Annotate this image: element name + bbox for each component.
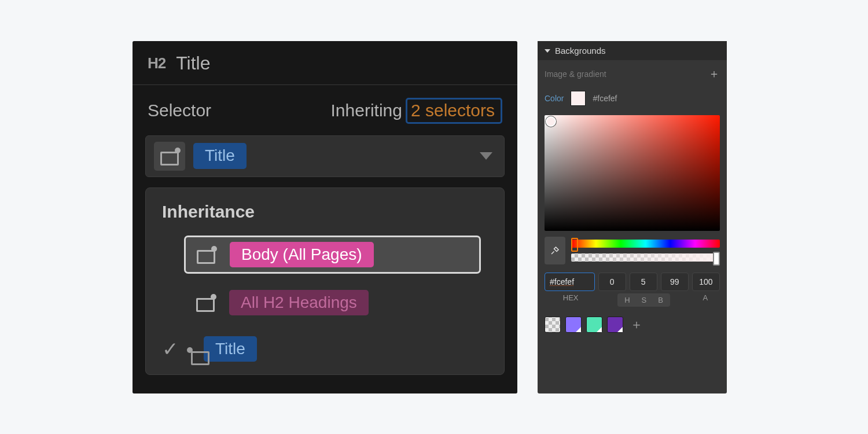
alpha-thumb[interactable] [713, 252, 720, 266]
swatch-item[interactable] [607, 317, 623, 333]
inheritance-heading: Inheritance [146, 188, 504, 232]
brightness-input[interactable] [661, 273, 689, 291]
backgrounds-title: Backgrounds [555, 46, 606, 56]
inheritance-current-row[interactable]: ✓ Title [146, 332, 504, 374]
check-icon: ✓ [162, 337, 178, 361]
inheritance-item-h2[interactable]: All H2 Headings [184, 284, 481, 321]
element-tag-icon [193, 242, 219, 267]
element-tag-icon [192, 290, 219, 315]
inheritance-item-body[interactable]: Body (All Pages) [184, 236, 481, 274]
element-label: Title [176, 53, 210, 74]
b-label: B [652, 295, 669, 306]
inheritance-current-label: Title [204, 336, 257, 362]
element-header: H2 Title [133, 41, 517, 85]
selector-label: Selector [148, 101, 211, 120]
color-saturation-value-field[interactable] [545, 115, 720, 231]
selector-chip[interactable]: Title [193, 143, 247, 168]
add-swatch-button[interactable]: ＋ [628, 316, 643, 333]
bg-color-row: Color #fcefef [538, 87, 727, 109]
inheriting-count-pill[interactable]: 2 selectors [406, 98, 502, 124]
saturation-input[interactable] [630, 273, 657, 291]
color-swatch[interactable] [571, 91, 586, 106]
image-gradient-row: Image & gradient ＋ [538, 60, 727, 87]
h2-icon: H2 [148, 54, 165, 72]
swatch-item[interactable] [565, 317, 582, 333]
chevron-down-icon [545, 49, 550, 53]
add-image-gradient-button[interactable]: ＋ [708, 66, 720, 82]
inheritance-item-label: All H2 Headings [229, 290, 369, 315]
color-label: Color [545, 94, 564, 103]
image-gradient-label: Image & gradient [545, 69, 606, 79]
h-label: H [619, 295, 635, 306]
backgrounds-panel: Backgrounds Image & gradient ＋ Color #fc… [538, 41, 727, 393]
swatch-item[interactable] [586, 317, 602, 333]
inheritance-panel: Inheritance Body (All Pages) All H2 Head… [145, 187, 505, 376]
selector-panel: H2 Title Selector Inheriting 2 selectors… [133, 41, 517, 393]
s-label: S [636, 295, 653, 306]
hex-input[interactable] [545, 273, 595, 291]
selector-row[interactable]: Title [145, 135, 505, 177]
swatch-transparent[interactable] [545, 317, 561, 333]
alpha-slider[interactable] [571, 253, 720, 262]
backgrounds-header[interactable]: Backgrounds [538, 41, 727, 60]
selector-target-icon[interactable] [154, 142, 185, 171]
a-label: A [691, 293, 720, 307]
alpha-input[interactable] [692, 273, 720, 291]
color-handle[interactable] [546, 116, 556, 127]
swatch-list: ＋ [538, 311, 727, 340]
hue-input[interactable] [598, 273, 626, 291]
color-model-toggle[interactable]: H S B [617, 293, 670, 307]
inheriting-label: Inheriting [331, 101, 402, 120]
hue-thumb[interactable] [571, 238, 578, 252]
inheritance-item-label: Body (All Pages) [230, 242, 374, 267]
hue-slider[interactable] [571, 240, 720, 248]
color-hex-display: #fcefef [593, 94, 617, 103]
hex-label: HEX [545, 293, 597, 307]
eyedropper-button[interactable] [545, 237, 565, 264]
chevron-down-icon[interactable] [480, 152, 492, 160]
